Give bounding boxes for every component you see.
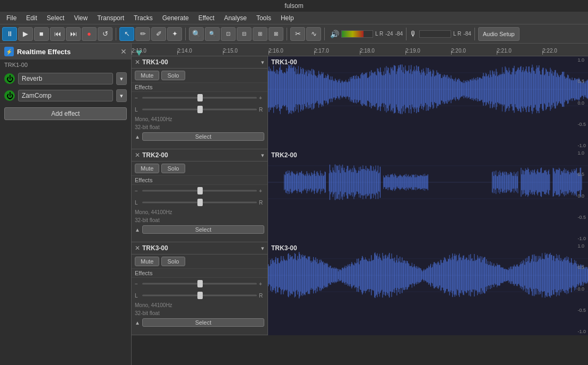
zoom-selection-button[interactable]: ⊞ <box>253 27 267 41</box>
menu-item-edit[interactable]: Edit <box>22 13 41 23</box>
track-3-close-button[interactable]: ✕ <box>135 244 140 252</box>
track-2-up-button[interactable]: ▲ <box>135 227 140 233</box>
fx-effect-toggle-2[interactable]: ⏻ <box>4 90 15 101</box>
track-2-gain-slider-thumb[interactable] <box>197 187 203 194</box>
track-2-axis-1: 1.0 <box>577 150 586 156</box>
track-2-dropdown-button[interactable]: ▾ <box>261 152 264 159</box>
track-1-gain-slider-thumb[interactable] <box>197 94 203 101</box>
track-2-axis-n1: -1.0 <box>577 236 586 241</box>
track-1-axis-0: 0.0 <box>577 100 586 106</box>
menu-item-select[interactable]: Select <box>42 13 68 23</box>
pause-button[interactable]: ⏸ <box>2 27 17 41</box>
track-3-gain-slider-thumb[interactable] <box>197 280 203 287</box>
zoom-in-button[interactable]: 🔍 <box>189 27 204 41</box>
track-1-pan-slider[interactable] <box>142 105 257 114</box>
track-2-axis-05: 0.5 <box>577 172 586 177</box>
track-2-mute-button[interactable]: Mute <box>135 164 159 173</box>
track-1-axis: 1.0 0.5 0.0 -0.5 -1.0 <box>577 56 586 149</box>
track-3-select-button[interactable]: Select <box>142 318 264 327</box>
track-2-close-button[interactable]: ✕ <box>135 151 140 159</box>
track-2-pan-l: L <box>135 200 140 206</box>
toolbar-separator-6 <box>474 28 475 40</box>
menu-item-view[interactable]: View <box>70 13 92 23</box>
fx-panel: ⚡ Realtime Effects ✕ TRK1-00 ⏻ Reverb ▾ … <box>0 44 132 365</box>
toolbar-separator-1 <box>116 28 116 40</box>
track-2-pan-slider[interactable] <box>142 198 257 207</box>
menu-item-help[interactable]: Help <box>276 13 298 23</box>
menu-item-generate[interactable]: Generate <box>158 13 193 23</box>
track-1-dropdown-button[interactable]: ▾ <box>261 59 264 66</box>
track-2-pan-row: L R <box>132 197 267 208</box>
envelope-tool[interactable]: ✏ <box>135 27 150 41</box>
track-3-pan-slider[interactable] <box>142 291 257 300</box>
trim-button[interactable]: ✂ <box>290 27 305 41</box>
track-2-gain-row: − + <box>132 185 267 197</box>
track-1-pan-slider-thumb[interactable] <box>197 106 203 113</box>
track-3-dropdown-button[interactable]: ▾ <box>261 245 264 252</box>
track-2-select-button[interactable]: Select <box>142 225 264 234</box>
zoom-out-button[interactable]: 🔍 <box>205 27 220 41</box>
fx-effect-name-2[interactable]: ZamComp <box>18 90 113 101</box>
track-2-info-2: 32-bit float <box>132 216 267 224</box>
track-1-close-button[interactable]: ✕ <box>135 58 140 66</box>
fit-vertical-button[interactable]: ⊟ <box>237 27 252 41</box>
track-3-pan-l: L <box>135 293 140 299</box>
fit-project-button[interactable]: ⊡ <box>221 27 236 41</box>
track-1-select-button[interactable]: Select <box>142 132 264 141</box>
track-1-up-button[interactable]: ▲ <box>135 134 140 140</box>
cursor-tool[interactable]: ↖ <box>119 27 134 41</box>
track-3-effects-label: Effects <box>132 268 267 278</box>
menu-item-analyse[interactable]: Analyse <box>220 13 251 23</box>
track-2-pan-slider-thumb[interactable] <box>197 199 203 206</box>
track-3-info-2: 32-bit float <box>132 309 267 317</box>
timeline-ruler: 2:13.02:14.02:15.02:16.02:17.02:18.02:19… <box>132 44 588 56</box>
track-2-gain-slider[interactable] <box>142 186 257 195</box>
track-3-up-button[interactable]: ▲ <box>135 320 140 326</box>
ruler-mark-8: 2:21.0 <box>497 48 512 54</box>
track-1-solo-button[interactable]: Solo <box>161 71 185 80</box>
speaker-icon: 🔊 <box>330 30 339 38</box>
add-effect-button[interactable]: Add effect <box>4 107 127 120</box>
fx-effect-expand-2[interactable]: ▾ <box>116 89 127 102</box>
next-button[interactable]: ⏭ <box>66 27 81 41</box>
menu-item-effect[interactable]: Effect <box>194 13 219 23</box>
prev-button[interactable]: ⏮ <box>50 27 65 41</box>
main-area: ⚡ Realtime Effects ✕ TRK1-00 ⏻ Reverb ▾ … <box>0 44 588 365</box>
play-button[interactable]: ▶ <box>18 27 33 41</box>
zoom-toggle-button[interactable]: ⊠ <box>269 27 283 41</box>
track-3-controls: ✕ TRK3-00 ▾ Mute Solo Effects − <box>132 242 268 335</box>
menu-item-tracks[interactable]: Tracks <box>129 13 157 23</box>
track-1-gain-slider[interactable] <box>142 94 257 102</box>
multi-tool[interactable]: ✦ <box>167 27 182 41</box>
record-button[interactable]: ● <box>82 27 97 41</box>
titlebar: fulsom <box>0 0 588 12</box>
audio-setup-button[interactable]: Audio Setup <box>478 27 520 41</box>
track-3: ✕ TRK3-00 ▾ Mute Solo Effects − <box>132 242 588 335</box>
menu-item-tools[interactable]: Tools <box>252 13 275 23</box>
menu-item-transport[interactable]: Transport <box>93 13 128 23</box>
track-3-gain-min: − <box>135 281 140 287</box>
fx-panel-close-button[interactable]: ✕ <box>120 47 127 56</box>
fx-effect-expand-1[interactable]: ▾ <box>116 72 127 85</box>
ruler-marks-container: 2:13.02:14.02:15.02:16.02:17.02:18.02:19… <box>132 44 588 55</box>
fx-effect-toggle-1[interactable]: ⏻ <box>4 73 15 84</box>
track-3-pan-row: L R <box>132 290 267 301</box>
stop-button[interactable]: ■ <box>34 27 49 41</box>
track-3-mute-solo: Mute Solo <box>132 254 267 268</box>
track-2-wave-canvas <box>268 149 588 215</box>
track-3-mute-button[interactable]: Mute <box>135 257 159 266</box>
track-3-pan-slider-thumb[interactable] <box>197 292 203 299</box>
track-3-header: ✕ TRK3-00 ▾ <box>132 242 267 254</box>
track-3-solo-button[interactable]: Solo <box>161 257 185 266</box>
menubar: FileEditSelectViewTransportTracksGenerat… <box>0 12 588 24</box>
fx-effect-name-1[interactable]: Reverb <box>18 73 113 84</box>
track-3-gain-slider[interactable] <box>142 279 257 288</box>
track-1-wave-canvas <box>268 56 588 122</box>
draw-tool[interactable]: ✐ <box>151 27 166 41</box>
silence-button[interactable]: ∿ <box>306 27 321 41</box>
track-3-select-row: ▲ Select <box>132 317 267 328</box>
track-2-solo-button[interactable]: Solo <box>161 164 185 173</box>
track-1-mute-button[interactable]: Mute <box>135 71 159 80</box>
loop-button[interactable]: ↺ <box>98 27 113 41</box>
menu-item-file[interactable]: File <box>2 13 21 23</box>
